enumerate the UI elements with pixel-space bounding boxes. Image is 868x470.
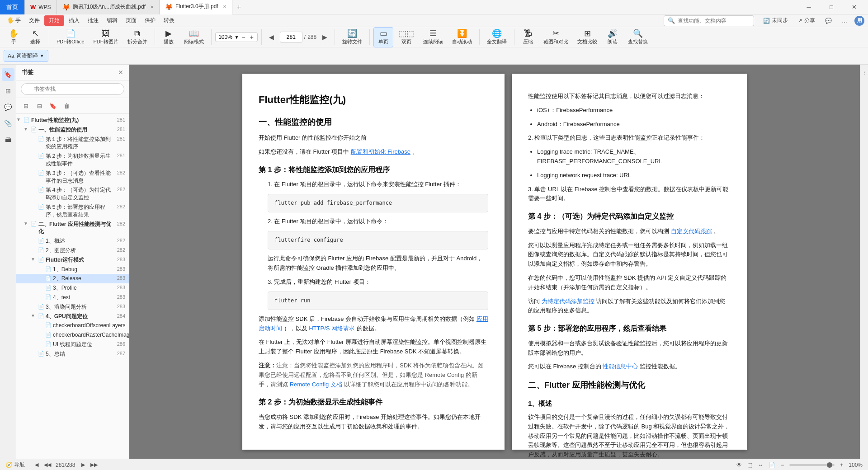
fit-page-btn[interactable]: ⬚: [747, 462, 752, 468]
tab-flutter[interactable]: 🦊 Flutter3.0手册.pdf ✕: [160, 0, 232, 14]
bm-checker-raster[interactable]: 📄 checkerboardRasterCacheImages 285: [16, 330, 129, 340]
bm-section1[interactable]: ▼ 📄 一、性能监控的使用 281: [16, 125, 129, 135]
split-merge-btn[interactable]: ⧉ 拆分合并: [124, 28, 151, 47]
hand-btn[interactable]: ✋ 手: [4, 28, 24, 47]
tab-home[interactable]: 首页: [0, 0, 25, 14]
firebase-config-link[interactable]: 配置和初始化 Firebase: [351, 148, 410, 155]
status-next-page[interactable]: ▶: [79, 461, 88, 470]
bm-gpu[interactable]: ▼ 📄 4、GPU问题定位 284: [16, 312, 129, 321]
view-mode-btn[interactable]: 📄: [769, 462, 775, 468]
single-page-btn[interactable]: ▭ 单页: [373, 27, 393, 47]
maximize-btn[interactable]: □: [821, 0, 842, 14]
bm-s2-overview[interactable]: 📄 1、概述 282: [16, 236, 129, 246]
minimize-btn[interactable]: ─: [798, 0, 819, 14]
bm-runmode[interactable]: ▼ 📄 Flutter运行模式 283: [16, 255, 129, 265]
bm-step1[interactable]: 📄 第１步：将性能监控添加到您的应用程序 281: [16, 135, 129, 152]
menu-convert[interactable]: 转换: [160, 15, 178, 26]
continuous-btn[interactable]: ☰ 连续阅读: [420, 28, 447, 47]
comment-btn[interactable]: 💬: [822, 16, 835, 25]
pdf-office-btn[interactable]: 📄 PDF转Office: [53, 28, 88, 47]
auto-scroll-btn[interactable]: ⏬ 自动滚动: [448, 28, 476, 47]
file-compare-btn[interactable]: ⊞ 文档比较: [574, 28, 601, 47]
menu-page[interactable]: 页面: [122, 15, 140, 26]
zoom-dropdown-icon[interactable]: ▼: [235, 35, 239, 40]
bm-delete-btn[interactable]: 🗑: [61, 100, 72, 112]
close-btn[interactable]: ✕: [844, 0, 864, 14]
search-input[interactable]: [678, 18, 745, 24]
bm-step4[interactable]: 📄 第４步：（可选）为特定代码添加自定义监控 282: [16, 185, 129, 202]
zoom-thumb[interactable]: [827, 462, 832, 468]
read-aloud-btn[interactable]: 🔊 朗读: [603, 28, 623, 47]
page-input[interactable]: [280, 32, 302, 42]
panel-close-btn[interactable]: ✕: [118, 69, 123, 76]
perf-center-link[interactable]: 性能信息中心: [603, 363, 638, 370]
bm-step5[interactable]: 📄 第５步：部署您的应用程序，然后查看结果 282: [16, 202, 129, 220]
more-btn[interactable]: …: [839, 16, 850, 25]
bm-step2[interactable]: 📄 第２步：为初始数据显示生成性能事件 281: [16, 151, 129, 169]
annotation-sidebar-btn[interactable]: 💬: [2, 101, 14, 113]
status-first-page[interactable]: ◀◀: [43, 461, 52, 470]
word-translate-btn[interactable]: Aa 词语翻译 ▼: [4, 50, 48, 62]
double-page-btn[interactable]: ⬚⬚ 双页: [395, 28, 418, 47]
bm-summary[interactable]: 📄 5、总结 287: [16, 349, 129, 359]
bm-ui-thread[interactable]: 📄 UI 线程问题定位 286: [16, 340, 129, 349]
status-prev-page[interactable]: ◀: [32, 461, 41, 470]
tab-foxitq10[interactable]: 🦊 腾讯T10级An...师成长曲线.pdf ✕: [57, 0, 160, 14]
pdf-pic-btn[interactable]: 🖼 PDF转图片: [90, 28, 122, 47]
select-btn[interactable]: ↖ 选择: [25, 28, 45, 47]
rotate-btn[interactable]: 🔄 旋转文件: [339, 28, 366, 47]
bookmark-search-input[interactable]: [21, 83, 124, 95]
fit-width-btn[interactable]: ↔: [758, 462, 763, 468]
bm-s2-layer[interactable]: 📄 2、图层分析 282: [16, 246, 129, 255]
bookmark-sidebar-btn[interactable]: 🔖: [2, 68, 14, 81]
pdf-scroll[interactable]: Flutter性能监控(九) 一、性能监控的使用 开始使用 Flutter 的性…: [129, 65, 860, 459]
avatar[interactable]: 用: [854, 16, 864, 26]
search-bar-top[interactable]: 🔍: [664, 15, 754, 26]
next-page-btn[interactable]: ▶: [318, 31, 331, 43]
menu-kaishi[interactable]: 开始: [44, 15, 64, 26]
zoom-in-btn[interactable]: +: [248, 33, 255, 41]
thumbnail-sidebar-btn[interactable]: ⊞: [2, 85, 14, 97]
find-replace-btn[interactable]: 🔍 查找替换: [624, 28, 651, 47]
share-btn[interactable]: ↗ 分享: [795, 15, 818, 26]
compress-btn[interactable]: 🗜 压缩: [518, 28, 538, 47]
bm-step3[interactable]: 📄 第３步：（可选）查看性能事件的日志消息 282: [16, 169, 129, 186]
custom-code-link[interactable]: 自定义代码跟踪: [671, 228, 712, 235]
menu-file[interactable]: 文件: [25, 15, 43, 26]
zoom-out-status-btn[interactable]: −: [781, 462, 784, 468]
close-tab-flutter[interactable]: ✕: [223, 4, 226, 9]
bm-section2[interactable]: ▼ 📄 二、Flutter 应用性能检测与优化 282: [16, 220, 129, 237]
add-monitor-link[interactable]: 为特定代码添加监控: [542, 298, 594, 305]
bm-add-btn[interactable]: 🔖: [47, 100, 59, 112]
bm-profile[interactable]: 📄 3、Profile 283: [16, 283, 129, 293]
screenshot-btn[interactable]: ✂ 截图和对比: [540, 28, 572, 47]
close-tab-foxitq10[interactable]: ✕: [150, 5, 154, 9]
bm-checker-offscreen[interactable]: 📄 checkerboardOffscreenLayers 284: [16, 321, 129, 330]
zoom-slider[interactable]: [789, 464, 835, 466]
layer-sidebar-btn[interactable]: 🏔: [2, 133, 14, 146]
right-panel-scroll[interactable]: ⋮: [861, 68, 868, 77]
bm-render[interactable]: 📄 3、渲染问题分析 283: [16, 302, 129, 312]
menu-insert[interactable]: 插入: [65, 15, 83, 26]
network-link[interactable]: HTTP/S 网络请求: [309, 325, 355, 332]
zoom-out-btn[interactable]: −: [240, 33, 247, 41]
menu-hand[interactable]: 🖐 手: [4, 15, 24, 26]
remote-config-link[interactable]: Remote Config 文档: [290, 381, 342, 388]
menu-edit[interactable]: 编辑: [103, 15, 121, 26]
status-last-page[interactable]: ▶▶: [90, 461, 99, 470]
bm-expand-btn[interactable]: ⊞: [20, 100, 32, 112]
zoom-in-status-btn[interactable]: +: [840, 462, 843, 468]
attachment-sidebar-btn[interactable]: 📎: [2, 117, 14, 130]
bm-test[interactable]: 📄 4、test 283: [16, 293, 129, 302]
full-trans-btn[interactable]: 🌐 全文翻译: [483, 28, 510, 47]
bm-collapse-btn[interactable]: ⊟: [33, 100, 45, 112]
menu-protect[interactable]: 保护: [141, 15, 159, 26]
tab-wps[interactable]: W WPS: [25, 0, 57, 14]
unsync-btn[interactable]: 🔄 未同步: [760, 15, 791, 26]
eye-mode-btn[interactable]: 👁: [736, 462, 742, 468]
bm-root[interactable]: ▼ 📄 Flutter性能监控(九) 281: [16, 116, 129, 125]
bm-debug[interactable]: 📄 1、Debug 283: [16, 265, 129, 274]
play-btn[interactable]: ▶ 播放: [159, 28, 179, 47]
new-tab-btn[interactable]: +: [232, 0, 245, 14]
menu-annotate[interactable]: 批注: [84, 15, 102, 26]
